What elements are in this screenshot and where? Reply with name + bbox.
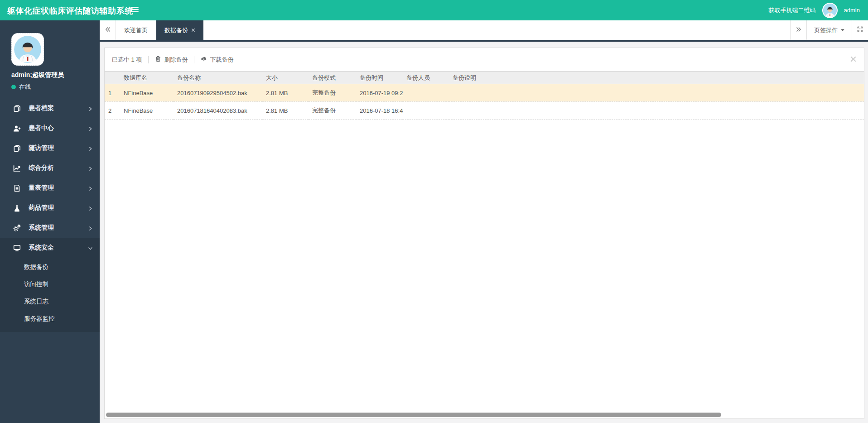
horizontal-scrollbar[interactable] [106,413,721,417]
tab-operations-dropdown[interactable]: 页签操作 [806,20,852,40]
sidebar-item-label: 系统安全 [29,244,54,252]
header-username[interactable]: admin [844,7,860,14]
cell-person [403,84,449,102]
download-backup-label: 下载备份 [210,56,233,64]
download-backup-button[interactable]: 下载备份 [201,56,233,64]
chart-line-icon [13,164,21,172]
cell-time: 2016-07-19 09:29 [356,84,403,102]
close-tab-icon[interactable] [191,28,195,32]
chevron-right-icon [88,165,93,171]
tab-label: 数据备份 [164,26,188,34]
qr-code-link[interactable]: 获取手机端二维码 [769,6,816,14]
sidebar-item-patient-center[interactable]: 患者中心 [0,118,100,138]
cell-size: 2.81 MB [262,102,309,120]
cell-note [449,84,864,102]
tabs-scroll-right-button[interactable] [790,20,806,40]
selected-count-label: 已选中 1 项 [112,56,142,64]
chevron-right-icon [88,106,93,111]
expand-icon [857,26,863,34]
sidebar-item-patient-archive[interactable]: 患者档案 [0,98,100,118]
tabs-scroll-left-button[interactable] [100,20,116,40]
fullscreen-button[interactable] [852,20,868,40]
online-status-label: 在线 [19,83,31,91]
cell-note [449,102,864,120]
col-person[interactable]: 备份人员 [403,72,449,84]
sidebar: admin;超级管理员 在线 患者档案 患者中心 随访管理 综合分析 [0,20,100,423]
col-size[interactable]: 大小 [262,72,309,84]
trash-icon [155,56,161,63]
sidebar-subitem-system-log[interactable]: 系统日志 [0,293,100,310]
header-avatar[interactable] [822,3,838,18]
sidebar-subitem-server-monitor[interactable]: 服务器监控 [0,310,100,327]
tab-welcome[interactable]: 欢迎首页 [116,20,156,40]
caret-down-icon [841,29,844,31]
close-panel-icon[interactable] [850,56,857,64]
backup-table: 数据库名 备份名称 大小 备份模式 备份时间 备份人员 备份说明 1 NFine… [105,71,864,120]
hamburger-icon[interactable] [130,7,139,13]
sidebar-subitem-access-control[interactable]: 访问控制 [0,276,100,293]
angle-double-left-icon [105,26,111,34]
sidebar-item-label: 患者档案 [29,104,54,112]
sidebar-item-medicine[interactable]: 药品管理 [0,198,100,218]
copy-icon [13,104,21,112]
app-title: 躯体化症状临床评估随访辅助系统 [7,5,133,16]
sidebar-item-followup[interactable]: 随访管理 [0,138,100,158]
col-backup-name[interactable]: 备份名称 [174,72,262,84]
col-seq [105,72,120,84]
data-backup-panel: 已选中 1 项 删除备份 下载备份 数据库名 [104,48,864,419]
chevron-right-icon [88,145,93,151]
sidebar-item-system-security[interactable]: 系统安全 [0,238,100,258]
sidebar-item-analysis[interactable]: 综合分析 [0,158,100,178]
cell-seq: 1 [105,84,120,102]
cell-size: 2.81 MB [262,84,309,102]
tabbar-spacer [203,20,790,40]
toolbar-divider [148,56,149,63]
sidebar-item-system-manage[interactable]: 系统管理 [0,218,100,238]
copy-icon [13,144,21,152]
cell-person [403,102,449,120]
col-database[interactable]: 数据库名 [120,72,174,84]
user-plus-icon [13,124,21,132]
file-text-icon [13,184,21,192]
desktop-icon [13,244,21,252]
tab-label: 欢迎首页 [124,26,148,34]
toolbar-divider [194,56,194,63]
chevron-down-icon [88,245,93,250]
chevron-right-icon [88,205,93,211]
sidebar-item-label: 药品管理 [29,204,54,212]
cell-seq: 2 [105,102,120,120]
table-row[interactable]: 1 NFineBase 201607190929504502.bak 2.81 … [105,84,864,102]
sidebar-item-scales[interactable]: 量表管理 [0,178,100,198]
tab-bar: 欢迎首页 数据备份 页签操作 [100,20,868,42]
cell-database: NFineBase [120,84,174,102]
cell-backup-name: 201607190929504502.bak [174,84,262,102]
cell-mode: 完整备份 [309,102,356,120]
cell-mode: 完整备份 [309,84,356,102]
sidebar-item-label: 综合分析 [29,164,54,172]
tab-operations-label: 页签操作 [814,26,838,34]
sidebar-item-label: 量表管理 [29,184,54,192]
grid-toolbar: 已选中 1 项 删除备份 下载备份 [105,48,864,71]
angle-double-right-icon [796,26,802,34]
profile-avatar[interactable] [11,33,44,66]
sidebar-item-label: 患者中心 [29,124,54,132]
chevron-right-icon [88,185,93,191]
tab-data-backup[interactable]: 数据备份 [156,20,203,40]
col-time[interactable]: 备份时间 [356,72,403,84]
sidebar-subitem-data-backup[interactable]: 数据备份 [0,259,100,276]
cell-backup-name: 201607181640402083.bak [174,102,262,120]
profile-name: admin;超级管理员 [11,71,100,79]
cell-database: NFineBase [120,102,174,120]
chevron-right-icon [88,225,93,231]
online-status-dot [11,85,16,89]
cloud-download-icon [201,56,207,63]
delete-backup-label: 删除备份 [164,56,188,64]
table-row[interactable]: 2 NFineBase 201607181640402083.bak 2.81 … [105,102,864,120]
sidebar-nav: 患者档案 患者中心 随访管理 综合分析 量表管理 药品管理 [0,98,100,332]
sidebar-item-label: 系统管理 [29,224,54,232]
delete-backup-button[interactable]: 删除备份 [155,56,188,64]
col-mode[interactable]: 备份模式 [309,72,356,84]
gears-icon [13,224,21,232]
col-note[interactable]: 备份说明 [449,72,864,84]
sidebar-item-label: 随访管理 [29,144,54,152]
